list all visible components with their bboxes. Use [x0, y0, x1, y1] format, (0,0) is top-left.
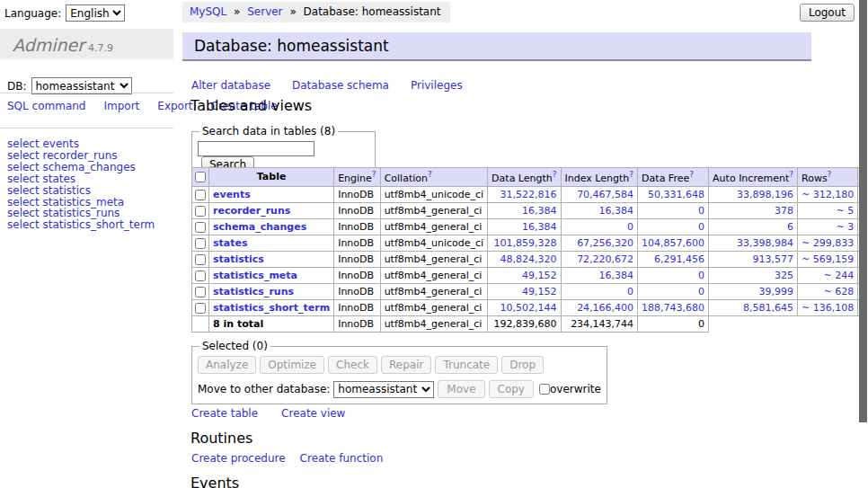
table-row: schema_changesInnoDButf8mb4_general_ci16… — [192, 218, 868, 235]
sidebar-select-link[interactable]: select statistics — [7, 185, 155, 197]
column-header: Index Length? — [561, 168, 638, 187]
row-checkbox[interactable] — [195, 254, 206, 265]
total-data-free-cell: 0 — [638, 315, 709, 332]
column-help-icon[interactable]: ? — [689, 170, 694, 179]
auto-increment-cell: 913,577 — [709, 251, 798, 267]
alter-database-link[interactable]: Alter database — [191, 79, 270, 92]
table-name-cell: statistics_meta — [209, 267, 334, 283]
auto-increment-cell: 6 — [709, 218, 798, 235]
language-select[interactable]: English — [66, 4, 125, 22]
total-empty-cell — [192, 315, 209, 332]
row-checkbox-cell — [192, 251, 209, 267]
select-all-checkbox[interactable] — [195, 172, 206, 182]
move-database-select[interactable]: homeassistant — [333, 381, 434, 398]
column-header: Auto Increment? — [709, 168, 798, 187]
auto-increment-cell: 33,898,196 — [709, 186, 798, 202]
column-label: Rows — [802, 173, 828, 184]
breadcrumb-current: Database: homeassistant — [304, 5, 441, 18]
table-name-link[interactable]: statistics — [213, 253, 264, 265]
scrollbar-thumb[interactable] — [859, 0, 867, 422]
column-help-icon[interactable]: ? — [372, 170, 376, 179]
breadcrumb-mysql-link[interactable]: MySQL — [190, 5, 226, 18]
table-name-link[interactable]: statistics_short_term — [213, 302, 330, 314]
sidebar-select-link[interactable]: select states — [7, 173, 155, 185]
table-body: eventsInnoDButf8mb4_unicode_ci31,522,816… — [192, 186, 868, 332]
create-function-link[interactable]: Create function — [300, 452, 384, 465]
row-checkbox[interactable] — [195, 287, 206, 297]
table-name-link[interactable]: schema_changes — [213, 221, 306, 233]
table-name-link[interactable]: states — [213, 237, 248, 249]
table-name-cell: statistics — [209, 251, 334, 267]
app-version: 4.7.9 — [88, 42, 113, 54]
sidebar-select-link[interactable]: select events — [7, 138, 155, 150]
data-free-cell: 0 — [638, 202, 709, 218]
data-free-cell: 0 — [638, 267, 709, 283]
rows-count-cell: ~ 628 — [798, 283, 858, 299]
logout-button[interactable]: Logout — [800, 4, 855, 22]
table-name-link[interactable]: recorder_runs — [213, 205, 290, 217]
selected-buttons-row: AnalyzeOptimizeCheckRepairTruncateDrop — [198, 356, 601, 374]
move-label: Move to other database: — [198, 383, 330, 395]
table-name-cell: statistics_short_term — [209, 299, 334, 315]
sidebar-select-link[interactable]: select recorder_runs — [7, 150, 155, 162]
auto-increment-cell: 33,398,984 — [709, 235, 798, 251]
column-help-icon[interactable]: ? — [629, 170, 633, 179]
table-name-link[interactable]: statistics_meta — [213, 270, 297, 281]
row-checkbox[interactable] — [195, 206, 206, 217]
drop-button[interactable]: Drop — [501, 356, 544, 374]
app-name: Adminer — [13, 35, 84, 55]
column-help-icon[interactable]: ? — [828, 170, 832, 179]
database-schema-link[interactable]: Database schema — [292, 79, 389, 92]
create-procedure-link[interactable]: Create procedure — [191, 452, 286, 465]
sidebar-link-import[interactable]: Import — [103, 100, 139, 112]
move-button[interactable]: Move — [438, 380, 484, 398]
column-help-icon[interactable]: ? — [789, 170, 793, 179]
copy-button[interactable]: Copy — [489, 380, 534, 398]
row-checkbox-cell — [192, 299, 209, 315]
row-checkbox[interactable] — [195, 271, 206, 281]
table-name-cell: states — [209, 235, 334, 251]
column-header: Table — [209, 168, 334, 187]
table-name-link[interactable]: events — [213, 189, 251, 200]
column-header: Collation? — [380, 168, 487, 187]
row-checkbox[interactable] — [195, 303, 206, 314]
optimize-button[interactable]: Optimize — [260, 356, 324, 374]
index-length-cell: 16,384 — [561, 202, 638, 218]
rows-count-cell: ~ 312,180 — [798, 186, 858, 202]
row-checkbox[interactable] — [195, 238, 206, 249]
table-name-link[interactable]: statistics_runs — [213, 286, 294, 297]
truncate-button[interactable]: Truncate — [435, 356, 498, 374]
row-checkbox[interactable] — [195, 222, 206, 233]
repair-button[interactable]: Repair — [381, 356, 431, 374]
privileges-link[interactable]: Privileges — [411, 79, 463, 92]
rows-count-cell: ~ 3 — [798, 218, 858, 235]
sidebar-select-link[interactable]: select statistics_short_term — [7, 219, 155, 231]
search-input[interactable] — [198, 141, 314, 156]
sidebar-select-link[interactable]: select schema_changes — [7, 162, 155, 173]
collation-cell: utf8mb4_general_ci — [380, 218, 487, 235]
app-title: Adminer4.7.9 — [0, 29, 173, 59]
select-all-header — [192, 168, 209, 187]
rows-count-cell: ~ 299,833 — [798, 235, 858, 251]
data-length-cell: 10,502,144 — [488, 299, 561, 315]
sidebar-link-sql-command[interactable]: SQL command — [7, 100, 85, 112]
overwrite-label: overwrite — [550, 383, 601, 395]
column-help-icon[interactable]: ? — [428, 170, 432, 179]
sidebar-link-export[interactable]: Export — [157, 100, 192, 112]
create-view-link[interactable]: Create view — [281, 407, 345, 420]
column-header: Data Free? — [638, 168, 709, 187]
check-button[interactable]: Check — [328, 356, 377, 374]
create-table-link[interactable]: Create table — [191, 407, 258, 420]
vertical-scrollbar[interactable] — [859, 0, 868, 488]
column-header: Engine? — [334, 168, 380, 187]
analyze-button[interactable]: Analyze — [198, 356, 256, 374]
overwrite-checkbox[interactable] — [539, 384, 550, 395]
breadcrumb-server-link[interactable]: Server — [247, 5, 282, 18]
row-checkbox-cell — [192, 202, 209, 218]
column-help-icon[interactable]: ? — [553, 170, 557, 179]
create-links: Create tableCreate view — [191, 407, 368, 420]
move-row: Move to other database:homeassistantMove… — [198, 380, 601, 398]
table-name-cell: statistics_runs — [209, 283, 334, 299]
row-checkbox[interactable] — [195, 190, 206, 200]
index-length-cell: 16,384 — [561, 267, 638, 283]
